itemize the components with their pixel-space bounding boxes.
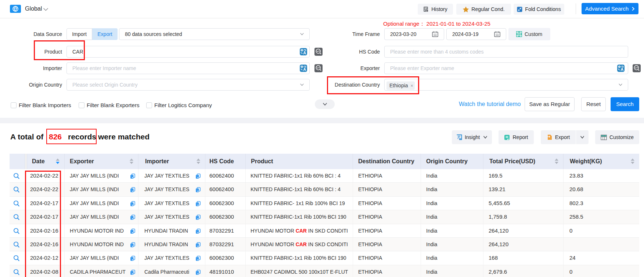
- svg-text:BI: BI: [459, 138, 461, 140]
